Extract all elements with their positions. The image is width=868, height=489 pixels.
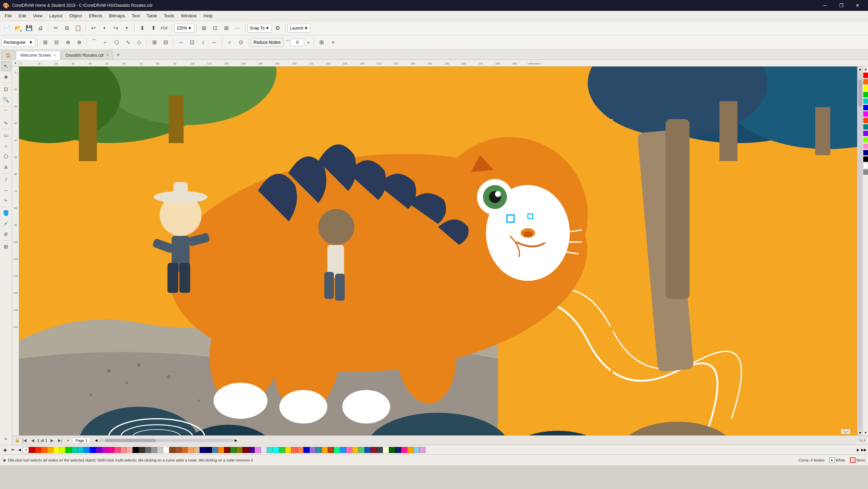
- cs-tan[interactable]: [188, 447, 194, 453]
- page-add-button[interactable]: +: [65, 437, 71, 444]
- cs-mid-gray[interactable]: [151, 447, 157, 453]
- menu-item-text[interactable]: Text: [128, 12, 143, 20]
- fill-indicator[interactable]: ◈ White: [829, 457, 845, 463]
- zoom-dropdown[interactable]: 225% ▼: [174, 24, 194, 33]
- cs-rust[interactable]: [328, 447, 334, 453]
- cs-orange-red[interactable]: [35, 447, 41, 453]
- curve-to-line-button[interactable]: ⌐: [100, 37, 111, 48]
- scroll-track-v[interactable]: [858, 73, 862, 429]
- cs-indigo[interactable]: [249, 447, 255, 453]
- cs-charcoal[interactable]: [377, 447, 383, 453]
- cs-blue[interactable]: [90, 447, 96, 453]
- node-tool-icon[interactable]: ◈: [1, 446, 9, 454]
- color-swatch-lime[interactable]: [863, 137, 868, 143]
- cs-rose[interactable]: [114, 447, 120, 453]
- save-button[interactable]: 💾: [24, 23, 35, 34]
- color-swatch-red[interactable]: [863, 73, 868, 78]
- page-last-button[interactable]: ▶|: [57, 437, 63, 444]
- cs-white[interactable]: [163, 447, 169, 453]
- symmetrical-button[interactable]: ⬡: [111, 37, 122, 48]
- cs-sienna[interactable]: [175, 447, 181, 453]
- paste-button[interactable]: 📋: [73, 23, 83, 34]
- zoom-plus[interactable]: +: [863, 438, 865, 442]
- eraser-tool[interactable]: ⊘: [1, 229, 11, 239]
- cs-chocolate[interactable]: [181, 447, 188, 453]
- cs-dark-gray[interactable]: [139, 447, 145, 453]
- text-tool[interactable]: A: [1, 162, 11, 172]
- node-add-extra-button[interactable]: +: [328, 37, 338, 48]
- color-swatch-magenta[interactable]: [863, 111, 868, 117]
- mirror-h-button[interactable]: ↕: [198, 37, 209, 48]
- freehand-tool[interactable]: ⌒: [1, 107, 11, 117]
- cs-sky-blue[interactable]: [413, 447, 419, 453]
- menu-item-layout[interactable]: Layout: [46, 12, 66, 20]
- snap-to-dropdown[interactable]: Snap To ▼: [248, 24, 272, 33]
- minimize-button[interactable]: ─: [817, 0, 833, 11]
- cusp-button[interactable]: ◇: [134, 37, 144, 48]
- dimension-tool[interactable]: ↔: [1, 185, 11, 195]
- tab-welcome-close[interactable]: ✕: [53, 54, 56, 57]
- cs-lime-green[interactable]: [279, 447, 285, 453]
- cs-ruby[interactable]: [371, 447, 377, 453]
- cs-forest-green[interactable]: [230, 447, 236, 453]
- zoom-tool[interactable]: 🔍: [1, 95, 11, 105]
- cs-olive[interactable]: [236, 447, 242, 453]
- cs-medium-purple[interactable]: [310, 447, 316, 453]
- page-next-button[interactable]: ▶: [48, 437, 55, 444]
- color-swatch-black[interactable]: [863, 156, 868, 162]
- no-fill-swatch[interactable]: ✕: [23, 447, 29, 453]
- cs-aqua[interactable]: [273, 447, 279, 453]
- cs-gray[interactable]: [145, 447, 151, 453]
- import-button[interactable]: ⬇: [137, 23, 147, 34]
- cs-midnight-blue[interactable]: [395, 447, 401, 453]
- cs-tomato[interactable]: [291, 447, 297, 453]
- shape-tool[interactable]: ◈: [1, 72, 11, 82]
- undo-button[interactable]: ↩: [88, 23, 99, 34]
- color-swatch-yellow[interactable]: [863, 86, 868, 91]
- cs-red[interactable]: [29, 447, 35, 453]
- menu-item-bitmaps[interactable]: Bitmaps: [105, 12, 128, 20]
- elastic-mode-button[interactable]: ↔: [175, 37, 186, 48]
- mirror-v-button[interactable]: ↔: [209, 37, 220, 48]
- export-button[interactable]: ⬆: [148, 23, 159, 34]
- cs-hot-pink[interactable]: [108, 447, 114, 453]
- cs-medium-teal[interactable]: [316, 447, 322, 453]
- cs-violet[interactable]: [255, 447, 261, 453]
- h-scroll-thumb[interactable]: [105, 439, 156, 442]
- options-gear-button[interactable]: ⚙: [272, 23, 283, 34]
- cs-dark-orange2[interactable]: [218, 447, 224, 453]
- color-swatch-purple[interactable]: [863, 131, 868, 136]
- color-scroll-right[interactable]: ▶: [855, 446, 861, 454]
- cs-yellow-green[interactable]: [59, 447, 65, 453]
- h-scroll-right[interactable]: ▶: [235, 438, 237, 442]
- reduce-nodes-button[interactable]: Reduce Nodes: [251, 38, 283, 47]
- menu-item-object[interactable]: Object: [66, 12, 85, 20]
- menu-item-view[interactable]: View: [29, 12, 46, 20]
- crop-tool[interactable]: ⊡: [1, 84, 11, 94]
- cs-spring-green[interactable]: [334, 447, 340, 453]
- cs-medium-blue[interactable]: [303, 447, 310, 453]
- menu-item-file[interactable]: File: [1, 12, 15, 20]
- color-swatch-gray[interactable]: [863, 169, 868, 175]
- menu-item-tools[interactable]: Tools: [160, 12, 177, 20]
- menu-item-window[interactable]: Window: [178, 12, 200, 20]
- tab-welcome-screen[interactable]: Welcome Screen ✕: [16, 51, 60, 60]
- color-swatch-cyan[interactable]: [863, 98, 868, 104]
- node-add-button[interactable]: ⊞: [40, 37, 51, 48]
- cut-button[interactable]: ✂: [50, 23, 61, 34]
- distribute-button[interactable]: ⊟: [160, 37, 171, 48]
- node-plus-button[interactable]: +: [305, 39, 312, 46]
- page-tab[interactable]: Page 1: [72, 437, 90, 444]
- cs-dark-red[interactable]: [224, 447, 230, 453]
- cs-hot-pink2[interactable]: [346, 447, 352, 453]
- cs-peach[interactable]: [126, 447, 133, 453]
- cs-emerald[interactable]: [358, 447, 364, 453]
- launch-dropdown[interactable]: Launch ▼: [288, 24, 310, 33]
- cs-pale-orange[interactable]: [322, 447, 328, 453]
- cs-orange[interactable]: [41, 447, 47, 453]
- smooth-button[interactable]: ∿: [122, 37, 133, 48]
- cs-cyan[interactable]: [78, 447, 84, 453]
- cs-gold[interactable]: [47, 447, 53, 453]
- zoom-minus[interactable]: 🔍: [859, 438, 863, 442]
- grid-button[interactable]: ⊡: [210, 23, 221, 34]
